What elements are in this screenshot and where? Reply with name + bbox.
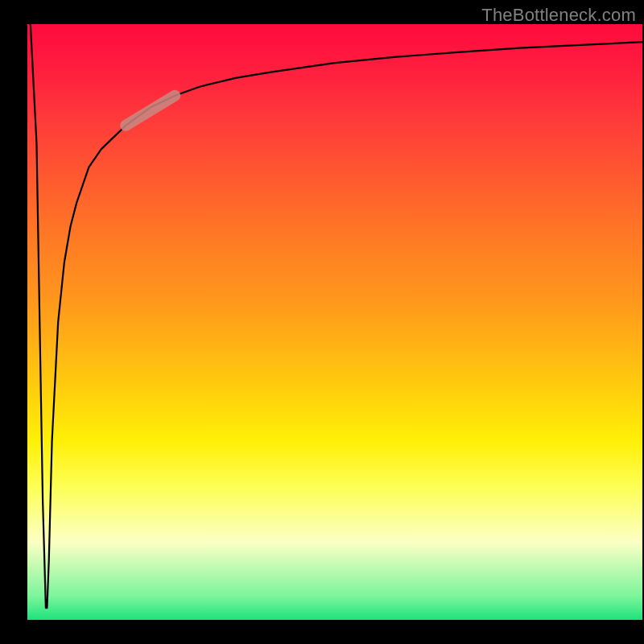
plot-svg — [27, 24, 642, 620]
chart-canvas: TheBottleneck.com — [0, 0, 644, 644]
highlight-segment — [126, 96, 175, 126]
plot-area — [27, 24, 642, 620]
bottleneck-curve — [31, 24, 642, 608]
watermark-text: TheBottleneck.com — [481, 5, 636, 26]
